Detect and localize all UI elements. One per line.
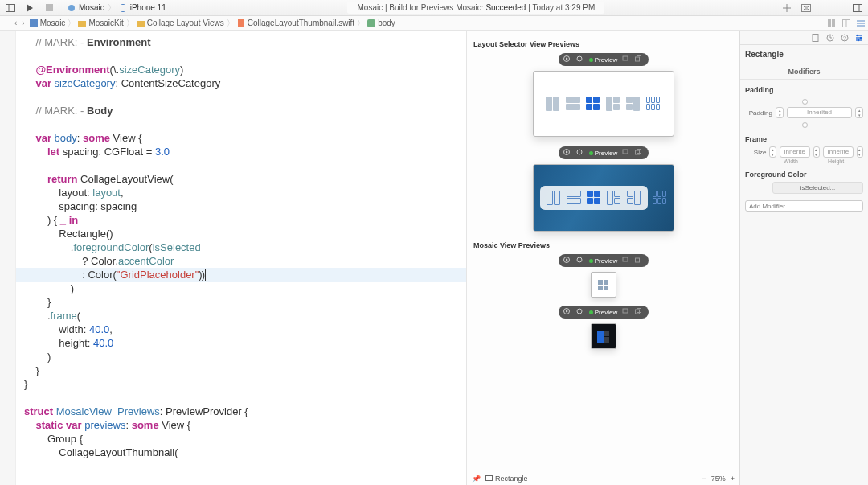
svg-rect-17 — [832, 19, 835, 23]
preview-duplicate-icon[interactable] — [635, 149, 643, 157]
preview-device-icon[interactable] — [622, 149, 630, 157]
width-stepper[interactable]: ▴▾ — [813, 146, 820, 158]
scheme-app-label: Mosaic — [79, 3, 104, 12]
crumb-file[interactable]: CollageLayoutThumbnail.swift — [237, 18, 354, 27]
crumb-folder-1[interactable]: MosaicKit — [78, 18, 123, 27]
stop-button-icon[interactable] — [43, 2, 55, 14]
mosaic-preview-dark[interactable] — [591, 323, 616, 349]
scheme-selector[interactable]: Mosaic 〉 iPhone 11 — [63, 1, 171, 15]
footer-selection: Rectangle — [495, 475, 528, 483]
preview-card-2[interactable] — [533, 164, 674, 232]
preview-button[interactable]: Preview — [589, 56, 617, 64]
foreground-color-value[interactable]: isSelected... — [772, 182, 863, 194]
attributes-inspector-icon[interactable] — [855, 34, 863, 42]
svg-rect-28 — [623, 56, 628, 60]
live-preview-play-icon[interactable] — [563, 308, 571, 316]
padding-section: Padding — [745, 86, 863, 94]
library-icon[interactable] — [800, 2, 812, 14]
activity-status-bar[interactable]: Mosaic | Build for Previews Mosaic: Succ… — [347, 2, 604, 14]
preview-card-1[interactable] — [533, 71, 674, 137]
preview-settings-icon[interactable] — [576, 257, 584, 265]
size-label: Size — [745, 149, 766, 156]
svg-rect-14 — [238, 19, 244, 27]
app-icon — [68, 4, 76, 12]
status-result: Succeeded — [485, 3, 526, 12]
padding-stepper[interactable]: ▴▾ — [855, 107, 863, 118]
inspector-tabs: ? — [740, 31, 868, 45]
crumb-folder-2[interactable]: Collage Layout Views — [137, 18, 224, 27]
minimap-icon[interactable] — [828, 19, 836, 27]
preview-device-icon[interactable] — [622, 308, 630, 316]
add-modifier-field[interactable] — [745, 200, 863, 212]
zoom-level[interactable]: 75% — [711, 475, 726, 483]
preview-duplicate-icon[interactable] — [635, 257, 643, 265]
svg-point-59 — [857, 34, 858, 35]
layout-thumb — [566, 97, 580, 111]
layout-thumb — [606, 97, 620, 111]
preview-duplicate-icon[interactable] — [635, 55, 643, 64]
live-preview-play-icon[interactable] — [563, 149, 571, 157]
inspector-title: Rectangle — [745, 50, 863, 59]
height-value[interactable]: Inherite — [823, 146, 854, 158]
add-icon[interactable] — [781, 2, 792, 14]
property-icon — [367, 19, 375, 27]
preview-device-icon[interactable] — [622, 257, 630, 265]
zoom-in-icon[interactable]: + — [731, 475, 735, 483]
live-preview-play-icon[interactable] — [563, 257, 571, 265]
svg-rect-9 — [854, 4, 862, 11]
history-inspector-icon[interactable] — [826, 34, 834, 42]
layout-thumb — [626, 97, 641, 111]
zoom-out-icon[interactable]: − — [702, 475, 706, 483]
padding-bottom-handle[interactable] — [770, 121, 838, 129]
foreground-section: Foreground Color — [745, 171, 863, 179]
padding-value[interactable]: Inherited — [787, 107, 852, 118]
width-stepper[interactable]: ▴▾ — [769, 146, 776, 158]
run-button-icon[interactable] — [24, 2, 35, 14]
scheme-device-label: iPhone 11 — [130, 3, 166, 12]
padding-stepper[interactable]: ▴▾ — [776, 107, 784, 118]
padding-label: Padding — [745, 109, 772, 117]
svg-rect-11 — [30, 19, 38, 27]
svg-marker-2 — [27, 4, 33, 12]
svg-rect-16 — [828, 19, 831, 23]
preview-settings-icon[interactable] — [576, 308, 584, 316]
pin-icon[interactable]: 📌 — [472, 475, 481, 483]
preview-duplicate-icon[interactable] — [635, 308, 643, 316]
preview-button[interactable]: Preview — [589, 257, 617, 265]
preview-device-icon[interactable] — [622, 55, 630, 64]
xcode-toolbar: Mosaic 〉 iPhone 11 Mosaic | Build for Pr… — [0, 0, 868, 16]
preview-button[interactable]: Preview — [589, 150, 617, 157]
preview-button[interactable]: Preview — [589, 309, 617, 316]
frame-section: Frame — [745, 135, 863, 143]
inspector-toggle-icon[interactable] — [852, 2, 863, 14]
layout-thumb-selected — [587, 191, 601, 205]
svg-point-33 — [577, 150, 582, 154]
svg-point-61 — [858, 39, 859, 40]
svg-rect-34 — [623, 150, 628, 154]
preview-settings-icon[interactable] — [576, 55, 584, 64]
code-editor[interactable]: // MARK: - Environment @Environment(\.si… — [16, 31, 466, 485]
width-value[interactable]: Inherite — [780, 146, 810, 158]
crumb-symbol[interactable]: body — [367, 18, 395, 27]
svg-point-60 — [860, 36, 862, 38]
preview-settings-icon[interactable] — [576, 149, 584, 157]
preview-toolbar: Preview — [559, 146, 649, 159]
forward-icon[interactable]: › — [22, 18, 24, 27]
live-preview-play-icon[interactable] — [563, 55, 571, 64]
padding-top-handle[interactable] — [770, 97, 838, 105]
mosaic-preview-light[interactable] — [591, 272, 616, 298]
back-icon[interactable]: ‹ — [14, 18, 17, 27]
assistant-icon[interactable] — [842, 19, 850, 27]
crumb-project[interactable]: Mosaic — [30, 18, 66, 27]
options-icon[interactable] — [857, 19, 865, 27]
height-stepper[interactable]: ▴▾ — [857, 146, 863, 158]
preview-section-2-title: Mosaic View Previews — [473, 241, 733, 249]
sidebar-toggle-icon[interactable] — [5, 2, 16, 14]
layout-thumb — [546, 97, 560, 111]
help-inspector-icon[interactable]: ? — [841, 34, 849, 42]
layout-thumb — [567, 191, 581, 205]
svg-rect-19 — [832, 23, 835, 27]
svg-rect-15 — [367, 19, 375, 27]
preview-toolbar: Preview — [559, 254, 649, 267]
file-inspector-icon[interactable] — [812, 34, 820, 42]
